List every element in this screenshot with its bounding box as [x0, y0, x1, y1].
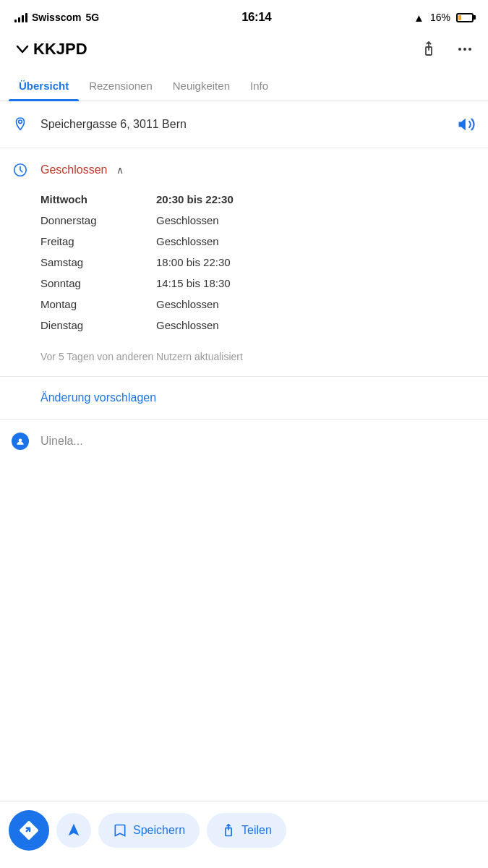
hours-toggle-icon: ∧ — [116, 164, 124, 176]
directions-icon — [20, 821, 38, 840]
tab-bar: Übersicht Rezensionen Neuigkeiten Info — [0, 71, 488, 101]
hours-table: Mittwoch20:30 bis 22:30DonnerstagGeschlo… — [12, 186, 476, 347]
partial-row-icon — [12, 433, 29, 450]
hours-header[interactable]: Geschlossen ∧ — [12, 148, 476, 186]
svg-point-2 — [463, 48, 466, 51]
header-actions — [417, 38, 476, 61]
bookmark-icon — [113, 823, 127, 838]
hours-time: Geschlossen — [156, 298, 219, 310]
hours-row: Sonntag14:15 bis 18:30 — [40, 273, 476, 294]
hours-time: Geschlossen — [156, 214, 219, 226]
hours-time: Geschlossen — [156, 235, 219, 247]
header: KKJPD — [0, 30, 488, 71]
navigate-button[interactable] — [56, 813, 91, 848]
svg-point-4 — [19, 120, 22, 124]
bottom-bar: Speichern Teilen — [0, 801, 488, 868]
address-text: Speichergasse 6, 3011 Bern — [40, 116, 445, 132]
hours-updated-note: Vor 5 Tagen von anderen Nutzern aktualis… — [12, 347, 476, 376]
hours-time: 18:00 bis 22:30 — [156, 256, 231, 268]
hours-day: Sonntag — [40, 277, 156, 289]
back-button[interactable] — [12, 38, 33, 60]
clock-icon — [12, 161, 29, 179]
status-time: 16:14 — [241, 10, 271, 25]
share-icon — [420, 41, 437, 58]
share-pill-icon — [221, 823, 236, 838]
hours-status: Geschlossen ∧ — [40, 163, 476, 176]
hours-time: Geschlossen — [156, 319, 219, 331]
share-pill-button[interactable]: Teilen — [207, 813, 286, 848]
more-button[interactable] — [453, 38, 476, 61]
hours-row: MontagGeschlossen — [40, 294, 476, 315]
hours-day: Dienstag — [40, 319, 156, 331]
tab-info[interactable]: Info — [240, 71, 278, 101]
address-row[interactable]: Speichergasse 6, 3011 Bern — [0, 101, 488, 148]
location-pin-icon — [12, 116, 29, 133]
battery-icon — [456, 13, 474, 22]
suggest-edit-link[interactable]: Änderung vorschlagen — [40, 391, 156, 404]
navigate-icon — [66, 822, 82, 838]
suggest-edit-row: Änderung vorschlagen — [0, 377, 488, 420]
status-carrier: Swisscom 5G — [14, 12, 99, 23]
svg-point-3 — [468, 48, 471, 51]
carrier-name: Swisscom — [32, 12, 81, 23]
hours-day: Donnerstag — [40, 214, 156, 226]
hours-section: Geschlossen ∧ Mittwoch20:30 bis 22:30Don… — [0, 148, 488, 377]
page-title: KKJPD — [33, 40, 417, 59]
svg-point-1 — [458, 48, 461, 51]
svg-point-6 — [19, 438, 22, 442]
hours-row: DienstagGeschlossen — [40, 315, 476, 336]
hours-row: DonnerstagGeschlossen — [40, 210, 476, 231]
closed-label: Geschlossen — [40, 163, 108, 176]
directions-button[interactable] — [9, 810, 49, 851]
battery-percent: 16% — [430, 12, 450, 23]
network-type: 5G — [85, 12, 99, 23]
tab-rezensionen[interactable]: Rezensionen — [79, 71, 163, 101]
signal-icon — [14, 12, 27, 22]
share-label: Teilen — [241, 824, 272, 837]
location-icon: ▲ — [414, 12, 424, 24]
hours-day: Montag — [40, 298, 156, 310]
status-bar: Swisscom 5G 16:14 ▲ 16% — [0, 0, 488, 30]
address-audio-button[interactable] — [456, 114, 476, 135]
hours-row: Mittwoch20:30 bis 22:30 — [40, 189, 476, 210]
tab-uebersicht[interactable]: Übersicht — [9, 71, 79, 101]
chevron-down-icon — [14, 41, 30, 57]
status-indicators: ▲ 16% — [414, 12, 474, 24]
partial-row: Uinela... — [0, 420, 488, 463]
save-button[interactable]: Speichern — [98, 813, 200, 848]
hours-time: 14:15 bis 18:30 — [156, 277, 231, 289]
more-icon — [456, 41, 474, 58]
share-button[interactable] — [417, 38, 440, 61]
hours-day: Mittwoch — [40, 193, 156, 205]
save-label: Speichern — [133, 824, 185, 837]
tab-neuigkeiten[interactable]: Neuigkeiten — [163, 71, 240, 101]
hours-row: FreitagGeschlossen — [40, 231, 476, 252]
hours-day: Freitag — [40, 235, 156, 247]
hours-day: Samstag — [40, 256, 156, 268]
volume-icon — [456, 114, 476, 135]
partial-row-text: Uinela... — [40, 435, 83, 448]
hours-row: Samstag18:00 bis 22:30 — [40, 252, 476, 273]
hours-time: 20:30 bis 22:30 — [156, 193, 234, 205]
